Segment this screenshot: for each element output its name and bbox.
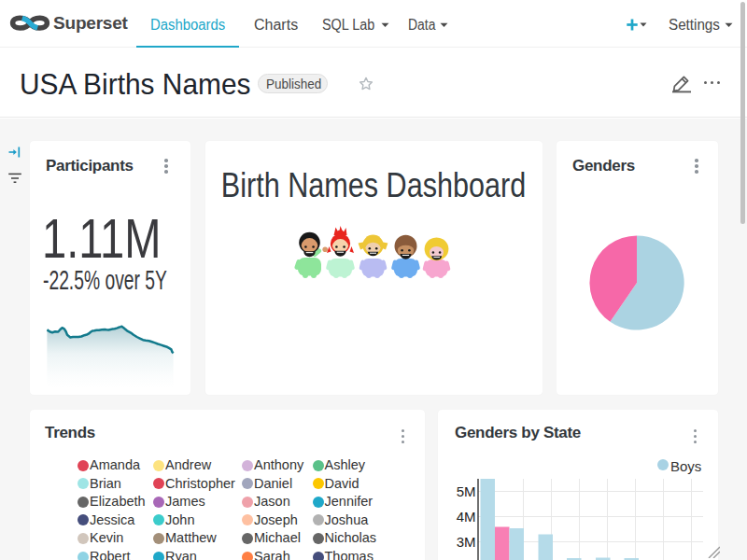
svg-text:5M: 5M bbox=[457, 483, 476, 499]
svg-text:3M: 3M bbox=[457, 534, 476, 550]
svg-text:4M: 4M bbox=[457, 509, 476, 525]
